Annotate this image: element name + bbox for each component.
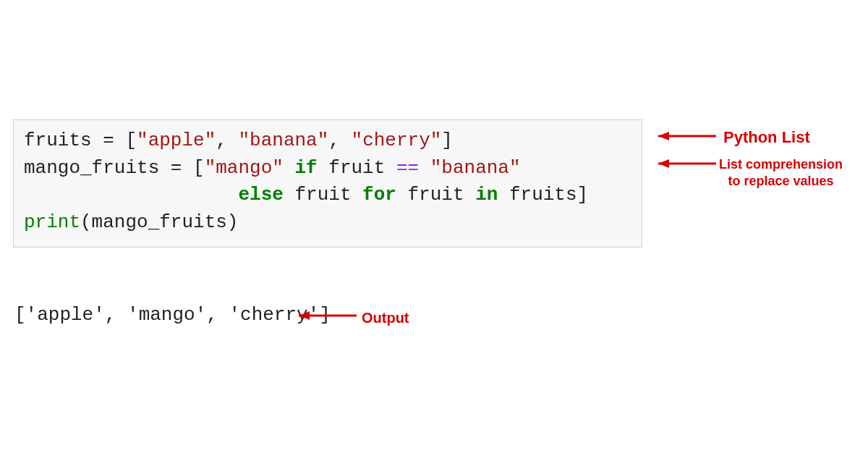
keyword-in: in — [475, 184, 498, 206]
annotation-python-list: Python List — [723, 128, 810, 147]
code-line-1: fruits = ["apple", "banana", "cherry"] — [24, 127, 631, 155]
code-block: fruits = ["apple", "banana", "cherry"] m… — [13, 119, 642, 248]
arrow-3 — [288, 308, 360, 323]
annotation-output: Output — [362, 310, 409, 326]
string-apple: "apple" — [137, 130, 216, 151]
code-line-3: else fruit for fruit in fruits] — [24, 182, 631, 209]
keyword-for: for — [362, 184, 396, 206]
string-banana: "banana" — [238, 130, 328, 151]
arrow-1 — [647, 129, 720, 143]
code-line-5: print(mango_fruits) — [24, 209, 631, 237]
string-mango: "mango" — [205, 157, 284, 179]
string-banana-2: "banana" — [430, 157, 521, 179]
var-mango-fruits: mango_fruits — [24, 157, 159, 179]
output-text: ['apple', 'mango', 'cherry'] — [14, 304, 331, 326]
svg-marker-5 — [299, 311, 310, 320]
svg-marker-1 — [658, 132, 669, 140]
annotation-list-comprehension: List comprehension to replace values — [719, 156, 843, 189]
svg-marker-3 — [658, 159, 669, 168]
keyword-if: if — [294, 157, 317, 179]
string-cherry: "cherry" — [352, 130, 442, 151]
operator-eq: == — [396, 157, 419, 179]
var-fruits: fruits — [24, 130, 92, 151]
arrow-2 — [647, 156, 720, 171]
code-line-2: mango_fruits = ["mango" if fruit == "ban… — [24, 155, 631, 182]
fn-print: print — [24, 211, 80, 233]
keyword-else: else — [238, 184, 283, 206]
